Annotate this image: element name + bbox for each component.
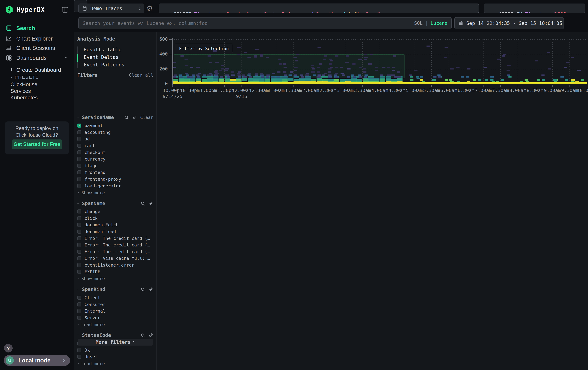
avatar: U [6, 356, 14, 365]
sidebar-item-client-sessions[interactable]: Client Sessions [0, 43, 74, 53]
filter-option[interactable]: EXPIRE [77, 268, 153, 275]
show-more-spanname[interactable]: Show more [77, 276, 105, 281]
filter-option[interactable]: Consumer [77, 301, 153, 308]
checkbox[interactable] [77, 144, 81, 148]
servicename-options: paymentaccountingadcartcheckoutcurrencyf… [77, 122, 153, 189]
get-started-button[interactable]: Get Started for Free [12, 140, 62, 149]
sidebar-preset-item[interactable]: Services [0, 88, 74, 94]
filter-option[interactable]: Client [77, 294, 153, 301]
gear-icon[interactable]: ⚙ [146, 4, 153, 12]
filter-group-header-spanname: SpanName [77, 200, 153, 206]
search-icon[interactable] [140, 201, 145, 206]
checkbox[interactable] [77, 236, 81, 240]
pin-icon[interactable] [148, 201, 153, 206]
chevron-down-icon[interactable] [77, 202, 79, 204]
sql-select-input[interactable]: SELECT Timestamp, ServiceName, StatusCod… [158, 4, 479, 13]
filter-option[interactable]: documentLoad [77, 228, 153, 235]
help-button[interactable]: ? [4, 344, 12, 352]
filter-option[interactable]: frontend [77, 169, 153, 176]
checkbox[interactable] [77, 296, 81, 300]
checkbox[interactable] [77, 184, 81, 188]
filter-option[interactable]: currency [77, 156, 153, 162]
filter-option[interactable]: payment [77, 122, 153, 129]
selection-box[interactable] [174, 55, 404, 79]
checkbox[interactable] [77, 164, 81, 168]
filter-option[interactable]: accounting [77, 129, 153, 136]
pin-icon[interactable] [148, 287, 153, 292]
more-filters-button[interactable]: More filters [78, 339, 153, 346]
checkbox[interactable] [77, 250, 81, 254]
load-more-spankind[interactable]: Load more [77, 321, 105, 327]
order-by-input[interactable]: ORDER BY Timestamp DESC [484, 4, 585, 13]
filter-option[interactable]: documentFetch [77, 221, 153, 228]
sidebar-preset-item[interactable]: ClickHouse [0, 81, 74, 88]
group-clear-button[interactable]: Clear [140, 115, 153, 120]
filter-option[interactable]: eventListener.error [77, 262, 153, 269]
date-range-picker[interactable]: Sep 14 22:04:35 - Sep 15 10:04:35 [454, 17, 564, 29]
filter-option[interactable]: flagd [77, 162, 153, 169]
pin-icon[interactable] [148, 333, 153, 338]
checkbox[interactable] [77, 270, 81, 274]
user-menu[interactable]: U Local mode [4, 355, 70, 366]
analysis-mode-item[interactable]: Event Deltas [77, 53, 153, 61]
search-icon[interactable] [124, 115, 129, 120]
checkbox[interactable] [77, 263, 81, 267]
checkbox[interactable] [77, 124, 81, 128]
presets-toggle[interactable]: PRESETS [0, 74, 74, 80]
filter-option[interactable]: Error: The credit card (… [77, 242, 153, 248]
sql-toggle[interactable]: SQL [414, 20, 422, 26]
search-icon[interactable] [140, 287, 145, 292]
filter-option[interactable]: cart [77, 142, 153, 149]
analysis-mode-item[interactable]: Results Table [77, 46, 153, 53]
filter-option[interactable]: Internal [77, 308, 153, 314]
checkbox[interactable] [77, 216, 81, 220]
chevron-down-icon[interactable] [77, 116, 79, 118]
checkbox[interactable] [77, 243, 81, 247]
checkbox[interactable] [77, 256, 81, 260]
search-icon[interactable] [140, 333, 145, 338]
filter-option[interactable]: Server [77, 314, 153, 321]
checkbox[interactable] [77, 137, 81, 141]
create-dashboard-button[interactable]: + Create Dashboard [0, 67, 74, 73]
sidebar-preset-item[interactable]: Kubernetes [0, 94, 74, 101]
checkbox[interactable] [77, 130, 81, 134]
checkbox[interactable] [77, 150, 81, 154]
checkbox[interactable] [77, 157, 81, 161]
filter-option[interactable]: Error: The credit card (… [77, 235, 153, 242]
source-select[interactable]: Demo Traces [78, 4, 144, 13]
filter-option[interactable]: change [77, 208, 153, 215]
checkbox[interactable] [77, 309, 81, 313]
analysis-mode-item[interactable]: Event Patterns [77, 61, 153, 69]
filter-option[interactable]: frontend-proxy [77, 176, 153, 183]
checkbox[interactable] [77, 316, 81, 320]
sidebar-item-search[interactable]: Search [0, 23, 74, 33]
lucene-toggle[interactable]: Lucene [430, 20, 447, 26]
sidebar-item-chart-explorer[interactable]: Chart Explorer [0, 34, 74, 43]
checkbox[interactable] [77, 223, 81, 227]
filter-option[interactable]: checkout [77, 149, 153, 156]
chevron-down-icon[interactable] [77, 288, 79, 290]
search-input[interactable] [83, 20, 414, 26]
chevron-up-icon[interactable] [65, 57, 67, 59]
checkbox[interactable] [77, 210, 81, 213]
checkbox[interactable] [77, 230, 81, 234]
checkbox[interactable] [77, 355, 81, 359]
load-more-statuscode[interactable]: Load more [77, 361, 105, 366]
filter-option[interactable]: Ok [77, 347, 153, 354]
pin-icon[interactable] [132, 115, 137, 120]
checkbox[interactable] [77, 170, 81, 174]
chevron-down-icon[interactable] [77, 334, 79, 336]
clear-all-button[interactable]: Clear all [129, 72, 153, 78]
show-more-servicename[interactable]: Show more [77, 190, 105, 196]
filter-option[interactable]: Unset [77, 353, 153, 360]
filter-option[interactable]: Error: Visa cache full: … [77, 255, 153, 262]
filter-option[interactable]: load-generator [77, 182, 153, 189]
sidebar-item-dashboards[interactable]: Dashboards [0, 53, 74, 63]
filter-option[interactable]: ad [77, 136, 153, 142]
filter-option[interactable]: Error: The credit card (… [77, 248, 153, 255]
filter-option[interactable]: click [77, 215, 153, 222]
checkbox[interactable] [77, 348, 81, 352]
sidebar-collapse-icon[interactable] [62, 7, 68, 13]
checkbox[interactable] [77, 177, 81, 181]
checkbox[interactable] [77, 302, 81, 306]
